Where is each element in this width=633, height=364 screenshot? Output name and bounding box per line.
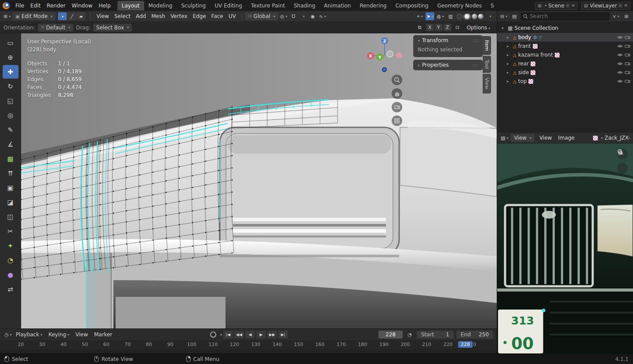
camera-visibility-icon[interactable]: [625, 44, 630, 48]
workspace-tab[interactable]: Shading: [289, 1, 320, 11]
mode-dropdown[interactable]: ▣ Edit Mode ▾: [12, 12, 55, 20]
drag-value-dropdown[interactable]: Select Box ▾: [93, 24, 132, 32]
tool-knife-button[interactable]: ✂: [3, 224, 18, 238]
tool-bevel-button[interactable]: ◪: [3, 195, 18, 209]
timeline-ruler[interactable]: 2030405060708090100110120130140150160170…: [0, 340, 497, 350]
editor-type-button[interactable]: ⊞▾: [3, 12, 11, 20]
play-reverse-button[interactable]: ◀: [245, 331, 255, 339]
tool-add-cube-button[interactable]: ▦: [3, 152, 18, 166]
n-panel-tab[interactable]: Tool: [483, 56, 491, 73]
outliner-item[interactable]: ▸ △ side ⚙ ▽: [497, 68, 633, 77]
hide-eye-icon[interactable]: [617, 53, 623, 57]
new-scene-icon[interactable]: ⎘: [566, 3, 570, 8]
disclosure-icon[interactable]: ▸: [507, 61, 511, 66]
timeline-popover[interactable]: Keying▾: [45, 330, 72, 339]
face-select-button[interactable]: ▰: [76, 12, 85, 20]
tool-annotate-button[interactable]: ✎: [3, 123, 18, 137]
tool-move-button[interactable]: ✚: [3, 65, 18, 79]
workspace-tab[interactable]: Geometry Nodes: [433, 1, 486, 11]
workspace-tab[interactable]: Compositing: [391, 1, 433, 11]
hide-eye-icon[interactable]: [617, 79, 623, 83]
tool-spin-button[interactable]: ◔: [3, 253, 18, 267]
disclosure-icon[interactable]: ▸: [507, 79, 511, 83]
tool-rotate-button[interactable]: ↻: [3, 79, 18, 93]
camera-view-button[interactable]: [392, 102, 402, 112]
n-panel-tab[interactable]: Item: [483, 36, 491, 55]
outliner-item[interactable]: ▸ △ kazama front ⚙ ▽: [497, 50, 633, 59]
outliner-search[interactable]: [520, 12, 610, 21]
outliner-item[interactable]: ▸ △ frant ⚙ ▽: [497, 42, 633, 50]
menu-item[interactable]: Edit: [27, 1, 44, 10]
outliner-item[interactable]: ▸ △ rear ⚙ ▽: [497, 59, 633, 68]
tool-cursor-button[interactable]: ⊕: [3, 50, 18, 64]
scene-selector[interactable]: ◍ ▾ Scene ⎘ ✕: [535, 2, 578, 10]
overlays-dropdown[interactable]: ◍▾: [436, 12, 445, 20]
proportional-editing-toggle[interactable]: ◉: [309, 12, 317, 20]
disclosure-icon[interactable]: ▸: [507, 35, 511, 40]
tool-measure-button[interactable]: ∡: [3, 137, 18, 151]
shading-solid-button[interactable]: [463, 13, 471, 20]
current-frame-field[interactable]: 228: [378, 331, 403, 339]
timeline-menu[interactable]: Marker: [91, 330, 115, 339]
shading-rendered-button[interactable]: [478, 14, 484, 19]
menu-item[interactable]: Window: [69, 1, 95, 10]
prev-keyframe-button[interactable]: ◀◀: [234, 331, 244, 339]
transform-orientation-dropdown[interactable]: ⟐ Global ▾: [245, 12, 278, 20]
workspace-tab[interactable]: S: [486, 1, 498, 11]
timeline-menu[interactable]: View: [73, 330, 91, 339]
close-icon[interactable]: ✕: [571, 3, 575, 8]
close-icon[interactable]: ✕: [624, 3, 628, 8]
zoom-button[interactable]: [392, 75, 402, 85]
pivot-point-dropdown[interactable]: ◎▾: [279, 12, 288, 20]
menu-item[interactable]: Edge: [190, 12, 208, 21]
axis-toggle[interactable]: Z: [444, 24, 451, 31]
viewport-3d[interactable]: User Perspective (Local) (228) body Obje…: [21, 33, 497, 328]
camera-visibility-icon[interactable]: [625, 70, 630, 75]
camera-visibility-icon[interactable]: [625, 61, 630, 66]
tool-loop-cut-button[interactable]: ◫: [3, 210, 18, 223]
menu-item[interactable]: Render: [44, 1, 69, 10]
tool-scale-button[interactable]: ◱: [3, 94, 18, 108]
ortho-grid-button[interactable]: [392, 115, 402, 126]
navigation-gizmo[interactable]: Z X Y: [362, 35, 410, 68]
proportional-falloff-dropdown[interactable]: ∿▾: [318, 12, 327, 20]
workspace-tab[interactable]: Layout: [117, 1, 144, 11]
menu-item[interactable]: Add: [133, 12, 149, 21]
menu-item[interactable]: Image: [555, 133, 578, 142]
edge-select-button[interactable]: ╱: [67, 12, 76, 20]
jump-end-button[interactable]: ▶|: [278, 331, 288, 339]
menu-item[interactable]: View: [536, 133, 555, 142]
tool-extrude-button[interactable]: ⇈: [3, 166, 18, 180]
timeline-popover[interactable]: Playback▾: [13, 330, 46, 339]
options-dropdown[interactable]: Options▾: [464, 23, 493, 32]
menu-item[interactable]: View: [94, 12, 111, 21]
playhead-badge[interactable]: 228: [458, 341, 473, 348]
reference-image-view[interactable]: 313 00: [497, 144, 633, 353]
drag-handle-icon[interactable]: ∷∷: [473, 63, 479, 68]
search-input[interactable]: [530, 13, 607, 19]
menu-item[interactable]: File: [12, 1, 27, 10]
disclosure-icon[interactable]: ▸: [507, 70, 511, 75]
workspace-tab[interactable]: Animation: [320, 1, 355, 11]
blender-logo-icon[interactable]: [3, 2, 10, 9]
hide-eye-icon[interactable]: [617, 70, 623, 75]
menu-item[interactable]: Select: [112, 12, 133, 21]
auto-keying-toggle[interactable]: [209, 331, 218, 339]
mirror-icon[interactable]: ⧉: [415, 24, 424, 32]
shading-material-button[interactable]: [472, 14, 477, 19]
axis-toggle[interactable]: Y: [435, 24, 443, 31]
properties-panel-header[interactable]: ▸ Properties ∷∷: [413, 60, 483, 70]
scene-collection-row[interactable]: ▾ ▦ Scene Collection: [497, 23, 633, 33]
new-collection-button[interactable]: ⊞: [622, 12, 631, 20]
display-mode-dropdown[interactable]: ⊟▾: [499, 12, 508, 20]
workspace-tab[interactable]: Sculpting: [177, 1, 210, 11]
orientation-value-dropdown[interactable]: ⤧ Default ▾: [38, 24, 73, 32]
tool-edge-slide-button[interactable]: ⇄: [3, 282, 18, 296]
outliner-options-icon[interactable]: ▤: [510, 12, 519, 20]
editor-type-button[interactable]: ◷▾: [4, 331, 13, 339]
workspace-tab[interactable]: UV Editing: [210, 1, 247, 11]
axis-toggle[interactable]: X: [426, 24, 434, 31]
snap-base-icon[interactable]: ⊡: [453, 24, 462, 32]
outliner-item[interactable]: ▸ △ top ⚙ ▽: [497, 77, 633, 86]
disclosure-icon[interactable]: ▾: [502, 26, 506, 30]
